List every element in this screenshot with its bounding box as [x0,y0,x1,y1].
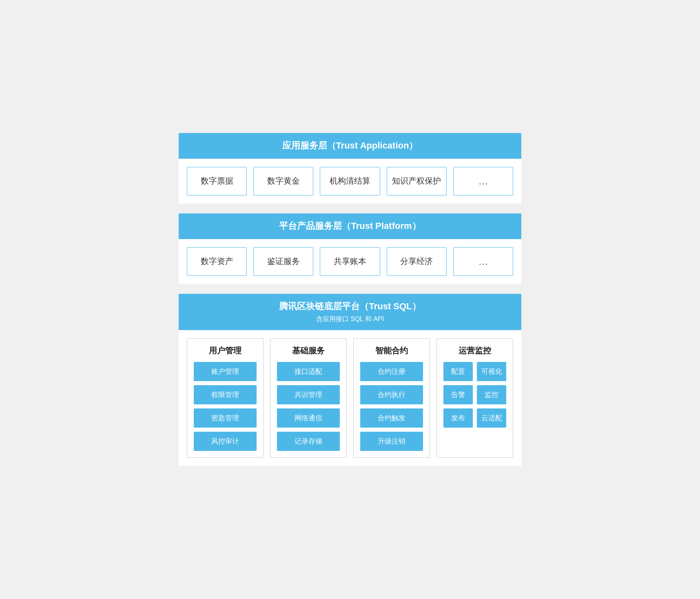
diagram-container: 应用服务层（Trust Application） 数字票据数字黄金机构清结算知识… [166,121,534,478]
platform-layer-card: 鉴证服务 [253,247,313,276]
sub-panel-item: 监控 [477,385,506,404]
platform-layer-cards-row: 数字资产鉴证服务共享账本分享经济… [179,239,521,284]
sub-panel: 基础服务接口适配共识管理网络通信记录存储 [270,338,347,458]
app-layer-card: 机构清结算 [320,167,380,195]
base-layer-title: 腾讯区块链底层平台（Trust SQL） [279,301,421,311]
base-layer-subtitle: 含应用接口 SQL 和 API [187,315,513,324]
sub-panel: 智能合约合约注册合约执行合约触发升级注销 [353,338,430,458]
sub-panel-items: 接口适配共识管理网络通信记录存储 [277,362,340,451]
sub-panel-item: 云适配 [477,408,506,428]
sub-panel-item: 告警 [443,385,473,404]
sub-panel-item: 配置 [443,362,473,381]
sub-panel-item: 合约触发 [360,408,423,428]
sub-panel-title: 运营监控 [443,345,506,356]
platform-layer-card: 数字资产 [187,247,247,276]
sub-panel-items: 配置可视化告警监控发布云适配 [443,362,506,428]
sub-panel-item: 发布 [443,408,473,428]
sub-panel-item: 接口适配 [277,362,340,381]
sub-panel: 用户管理账户管理权限管理密匙管理风控审计 [187,338,264,458]
app-layer-title: 应用服务层（Trust Application） [282,140,418,151]
base-layer-header: 腾讯区块链底层平台（Trust SQL） 含应用接口 SQL 和 API [179,294,521,330]
sub-panel-item: 可视化 [477,362,506,381]
platform-layer-card: 共享账本 [320,247,380,276]
app-layer-card: 数字票据 [187,167,247,195]
sub-panel-item: 升级注销 [360,432,423,451]
platform-layer-header: 平台产品服务层（Trust Platform） [179,213,521,239]
sub-panel-item: 权限管理 [194,385,257,404]
sub-panel-item: 网络通信 [277,408,340,428]
sub-panels-row: 用户管理账户管理权限管理密匙管理风控审计基础服务接口适配共识管理网络通信记录存储… [179,330,521,466]
sub-panel-item: 合约注册 [360,362,423,381]
app-layer-section: 应用服务层（Trust Application） 数字票据数字黄金机构清结算知识… [179,133,521,204]
platform-layer-card: 分享经济 [387,247,447,276]
app-layer-card: 知识产权保护 [387,167,447,195]
platform-layer-title: 平台产品服务层（Trust Platform） [279,221,421,231]
sub-panel-item: 风控审计 [194,432,257,451]
sub-panel-items: 账户管理权限管理密匙管理风控审计 [194,362,257,451]
platform-layer-card: … [453,247,513,276]
sub-panel-item: 合约执行 [360,385,423,404]
base-layer-section: 腾讯区块链底层平台（Trust SQL） 含应用接口 SQL 和 API 用户管… [179,294,521,466]
sub-panel-item: 记录存储 [277,432,340,451]
sub-panel-item: 账户管理 [194,362,257,381]
sub-panel-item: 密匙管理 [194,408,257,428]
app-layer-cards-row: 数字票据数字黄金机构清结算知识产权保护… [179,159,521,204]
platform-layer-section: 平台产品服务层（Trust Platform） 数字资产鉴证服务共享账本分享经济… [179,213,521,284]
sub-panel-items: 合约注册合约执行合约触发升级注销 [360,362,423,451]
app-layer-card: 数字黄金 [253,167,313,195]
sub-panel-title: 智能合约 [360,345,423,356]
sub-panel-title: 基础服务 [277,345,340,356]
app-layer-card: … [453,167,513,195]
sub-panel-item: 共识管理 [277,385,340,404]
app-layer-header: 应用服务层（Trust Application） [179,133,521,159]
sub-panel: 运营监控配置可视化告警监控发布云适配 [436,338,513,458]
sub-panel-title: 用户管理 [194,345,257,356]
